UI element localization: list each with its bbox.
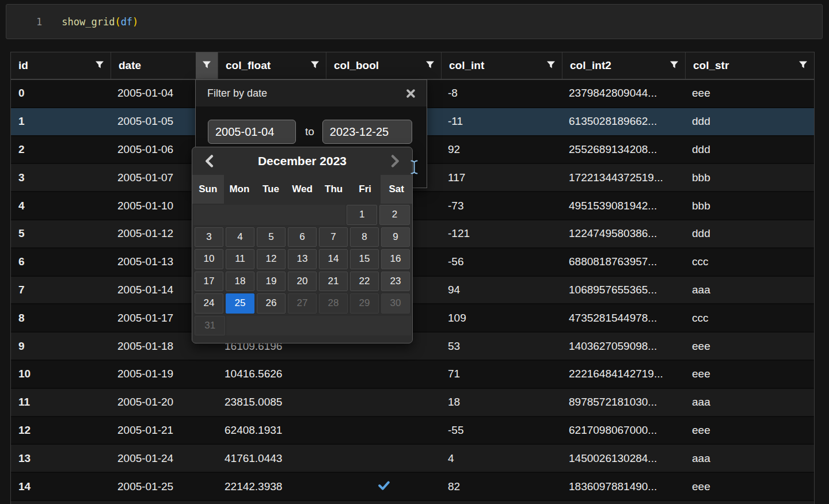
cell-col_str: aaa xyxy=(686,389,814,416)
calendar-day-4[interactable]: 4 xyxy=(226,227,254,247)
calendar-day-12[interactable]: 12 xyxy=(257,249,286,269)
date-from-input[interactable] xyxy=(208,120,296,144)
cell-col_int2: 6135028189662... xyxy=(562,108,686,135)
calendar-day-14[interactable]: 14 xyxy=(319,249,348,269)
cell-col_str: bbb xyxy=(686,164,814,191)
calendar-day-empty xyxy=(381,316,411,336)
calendar-day-names: SunMonTueWedThuFriSat xyxy=(192,175,412,204)
calendar-week-row: 3456789 xyxy=(193,226,411,249)
calendar-day-2[interactable]: 2 xyxy=(379,205,410,225)
next-month-button[interactable] xyxy=(386,151,405,171)
cell-id: 10 xyxy=(11,361,111,388)
filter-icon xyxy=(95,59,104,72)
code-token-bracket: ) xyxy=(132,16,138,28)
cell-id: 2 xyxy=(11,136,111,163)
prev-month-button[interactable] xyxy=(199,151,219,171)
cell-col_float: 10416.5626 xyxy=(218,361,326,388)
filter-button-col_str[interactable] xyxy=(792,52,814,79)
column-label-col_int2: col_int2 xyxy=(570,59,611,72)
cell-col_int2: 1403627059098... xyxy=(562,333,686,360)
calendar-day-empty xyxy=(224,205,254,225)
calendar-day-empty xyxy=(226,316,257,336)
calendar-day-5[interactable]: 5 xyxy=(257,227,286,247)
calendar-day-26[interactable]: 26 xyxy=(257,293,286,314)
cell-col_str: ccc xyxy=(686,249,814,276)
cell-col_str: aaa xyxy=(686,445,814,472)
cell-col_int2: 8978572181030... xyxy=(562,389,686,416)
table-row[interactable]: 122005-01-2162408.1931-556217098067000..… xyxy=(11,417,814,445)
calendar-week-row: 10111213141516 xyxy=(193,248,411,270)
cell-col_int2: 1836097881490... xyxy=(562,473,686,500)
cell-col_int: -56 xyxy=(442,249,562,276)
calendar-day-28: 28 xyxy=(319,293,348,314)
close-icon[interactable] xyxy=(406,89,415,98)
grid-header: iddatecol_floatcol_boolcol_intcol_int2co… xyxy=(11,52,814,80)
calendar-day-10[interactable]: 10 xyxy=(195,249,223,269)
cell-id: 9 xyxy=(11,333,111,360)
filter-button-col_float[interactable] xyxy=(304,52,326,79)
cell-col_bool xyxy=(326,445,442,472)
calendar-day-13[interactable]: 13 xyxy=(288,249,317,269)
filter-button-col_int[interactable] xyxy=(540,52,562,79)
cell-col_bool xyxy=(326,417,442,444)
calendar-day-3[interactable]: 3 xyxy=(195,227,223,247)
table-row[interactable]: 102005-01-1910416.56267122216484142719..… xyxy=(11,361,814,389)
cell-col_int: 94 xyxy=(442,277,562,304)
calendar-day-24[interactable]: 24 xyxy=(195,293,223,314)
cell-id: 3 xyxy=(11,164,111,191)
calendar-day-15[interactable]: 15 xyxy=(350,249,379,269)
cell-id: 14 xyxy=(11,473,111,500)
calendar-day-19[interactable]: 19 xyxy=(257,272,286,292)
calendar-day-1[interactable]: 1 xyxy=(347,205,377,225)
column-header-col_bool: col_bool xyxy=(326,52,442,79)
calendar-day-25[interactable]: 25 xyxy=(226,293,254,314)
filter-icon xyxy=(546,59,556,72)
calendar-day-20[interactable]: 20 xyxy=(288,272,317,292)
column-label-id: id xyxy=(18,59,28,72)
filter-button-col_int2[interactable] xyxy=(663,52,685,79)
cell-col_str: eee xyxy=(686,473,814,500)
cell-col_bool xyxy=(326,473,442,500)
calendar-days: 1234567891011121314151617181920212223242… xyxy=(192,204,412,342)
table-row[interactable]: 142005-01-2522142.3938821836097881490...… xyxy=(11,473,814,501)
filter-button-id[interactable] xyxy=(89,52,111,79)
calendar-day-31: 31 xyxy=(195,316,225,336)
cell-col_int: -73 xyxy=(442,192,562,219)
filter-button-date[interactable] xyxy=(196,52,218,79)
column-label-col_str: col_str xyxy=(693,59,729,72)
calendar-day-17[interactable]: 17 xyxy=(195,272,223,292)
cell-id: 11 xyxy=(11,389,111,416)
calendar-day-30: 30 xyxy=(381,293,410,314)
filter-button-col_bool[interactable] xyxy=(419,52,441,79)
calendar-day-23[interactable]: 23 xyxy=(381,272,410,292)
table-row[interactable]: 132005-01-2441761.044341450026130284...a… xyxy=(11,445,814,473)
table-row[interactable]: 112005-01-2023815.0085188978572181030...… xyxy=(11,389,814,417)
cell-col_int: -121 xyxy=(442,220,562,247)
calendar-day-16[interactable]: 16 xyxy=(381,249,410,269)
calendar-day-21[interactable]: 21 xyxy=(319,272,348,292)
calendar-day-6[interactable]: 6 xyxy=(288,227,317,247)
calendar-day-22[interactable]: 22 xyxy=(350,272,379,292)
calendar-day-8[interactable]: 8 xyxy=(350,227,379,247)
calendar-week-row: 17181920212223 xyxy=(193,270,411,293)
cell-col_str: ccc xyxy=(686,304,814,331)
cell-col_int2: 6880818763957... xyxy=(562,249,686,276)
calendar-day-11[interactable]: 11 xyxy=(226,249,254,269)
date-to-input[interactable] xyxy=(322,120,412,144)
day-name-tue: Tue xyxy=(255,175,287,204)
cell-col_bool xyxy=(326,361,442,388)
column-header-col_float: col_float xyxy=(218,52,326,79)
code-cell[interactable]: 1 show_grid(df) xyxy=(6,4,823,39)
to-label: to xyxy=(305,125,314,138)
calendar-day-9[interactable]: 9 xyxy=(381,227,410,247)
calendar-day-empty xyxy=(319,316,349,336)
datepicker: December 2023 SunMonTueWedThuFriSat 1234… xyxy=(192,147,413,343)
calendar-day-7[interactable]: 7 xyxy=(319,227,348,247)
cell-col_int: 117 xyxy=(442,164,562,191)
calendar-day-empty xyxy=(285,205,315,225)
cell-id: 0 xyxy=(11,80,111,107)
cell-col_str: eee xyxy=(686,417,814,444)
calendar-day-18[interactable]: 18 xyxy=(226,272,254,292)
cell-col_float: 22142.3938 xyxy=(218,473,326,500)
cell-id: 8 xyxy=(11,304,111,331)
